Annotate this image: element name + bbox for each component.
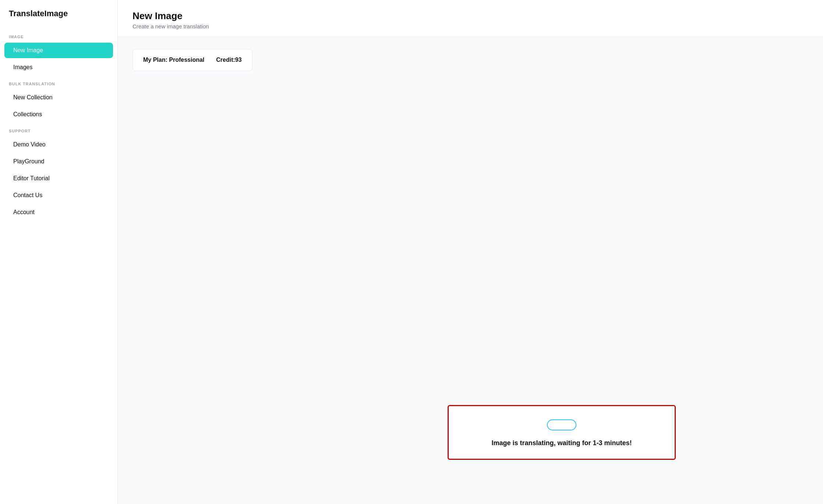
sidebar-item-editor-tutorial[interactable]: Editor Tutorial — [4, 171, 113, 186]
app-logo: TranslateImage — [0, 9, 117, 29]
sidebar-item-images[interactable]: Images — [4, 60, 113, 75]
sidebar-section-bulk: BULK TRANSLATION — [0, 76, 117, 89]
plan-label: My Plan: Professional — [143, 57, 204, 63]
sidebar-section-image: IMAGE — [0, 29, 117, 42]
plan-card: My Plan: Professional Credit:93 — [133, 49, 252, 71]
main-content: New Image Create a new image translation… — [118, 0, 823, 504]
sidebar-section-support: SUPPORT — [0, 123, 117, 136]
spinner-icon — [547, 419, 576, 430]
sidebar: TranslateImage IMAGE New Image Images BU… — [0, 0, 118, 504]
sidebar-item-collections[interactable]: Collections — [4, 107, 113, 122]
translation-status-box: Image is translating, waiting for 1-3 mi… — [448, 405, 676, 460]
sidebar-item-contact-us[interactable]: Contact Us — [4, 188, 113, 203]
page-subtitle: Create a new image translation — [133, 23, 808, 29]
sidebar-item-new-collection[interactable]: New Collection — [4, 90, 113, 105]
page-title: New Image — [133, 10, 808, 22]
page-header: New Image Create a new image translation — [118, 0, 823, 37]
main-body: My Plan: Professional Credit:93 Image is… — [118, 37, 823, 504]
sidebar-item-account[interactable]: Account — [4, 205, 113, 220]
credit-label: Credit:93 — [216, 57, 241, 63]
sidebar-item-new-image[interactable]: New Image — [4, 43, 113, 58]
sidebar-item-playground[interactable]: PlayGround — [4, 154, 113, 169]
status-message: Image is translating, waiting for 1-3 mi… — [491, 439, 632, 447]
sidebar-item-demo-video[interactable]: Demo Video — [4, 137, 113, 152]
